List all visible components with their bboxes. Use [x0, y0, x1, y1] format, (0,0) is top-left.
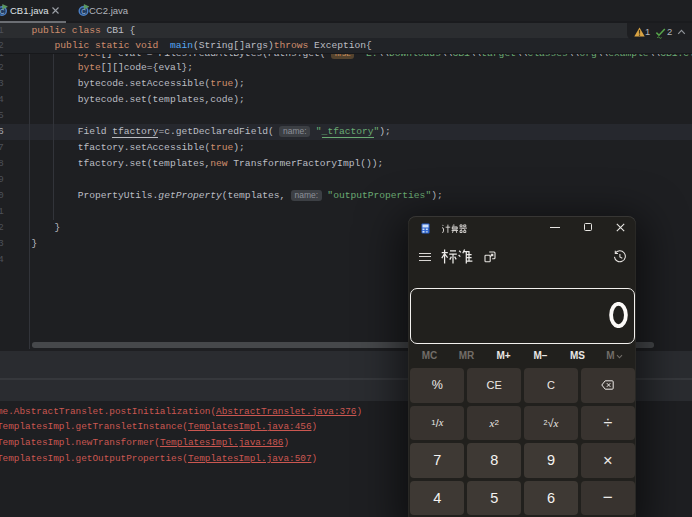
- svg-text:C: C: [81, 7, 86, 14]
- svg-text:C: C: [0, 7, 5, 14]
